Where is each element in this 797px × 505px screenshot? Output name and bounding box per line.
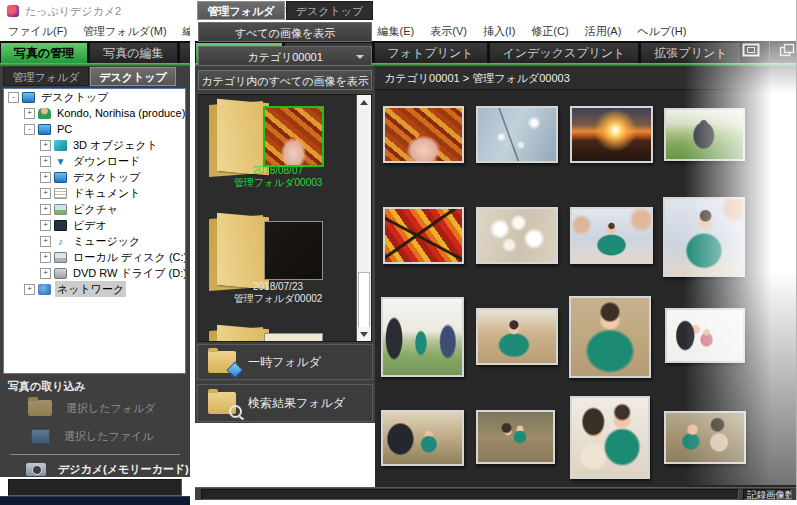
photo-thumbnail-sunset-mountains[interactable] [570,106,653,163]
tree-expander[interactable]: + [40,236,51,247]
scroll-up-arrow[interactable] [357,95,371,109]
tree-expander[interactable]: + [40,204,51,215]
photo-thumbnail-child-backpack-field[interactable] [664,108,745,161]
network-icon [38,284,51,295]
left-status-bar [8,479,182,496]
tree-item[interactable]: +ピクチャ [4,201,185,217]
tree-item[interactable]: +DVD RW ドライブ (D:) [4,265,185,281]
menu-item-view[interactable]: 表示(V) [422,24,475,39]
tree-item[interactable]: +ドキュメント [4,185,185,201]
menu-item-correct[interactable]: 修正(C) [523,24,576,39]
folder-thumbnail[interactable] [264,221,323,280]
search-folder-icon [208,392,236,414]
scrollbar-thumb[interactable] [358,272,370,328]
tab-extended-print[interactable]: 拡張プリント [640,42,741,63]
3d-objects-icon [54,140,67,151]
tree-item[interactable]: +Kondo, Norihisa (produce) [4,105,185,121]
tree-expander[interactable]: + [40,188,51,199]
tree-expander[interactable]: - [8,92,19,103]
tree-item[interactable]: +デスクトップ [4,169,185,185]
tree-item[interactable]: -デスクトップ [4,89,185,105]
photo-thumbnail-mother-toddler-closeup[interactable] [570,396,650,479]
show-all-images-button[interactable]: すべての画像を表示 [198,22,372,42]
menu-item-help[interactable]: ヘルプ(H) [629,24,694,39]
left-window: たっぷりデジカメ2 ファイル(F) 管理フォルダ(M) 編集(E) 表示(V) … [0,0,190,505]
search-results-folder-button[interactable]: 検索結果フォルダ [197,384,373,422]
photo-thumbnail-toddler-laughing-field[interactable] [476,308,558,365]
menu-item-file[interactable]: ファイル(F) [0,24,75,39]
tab-photo-print[interactable]: フォトプリント [179,42,190,63]
tree-expander[interactable]: + [24,108,35,119]
category-dropdown[interactable]: カテゴリ00001 [198,46,372,66]
import-selected-file-button[interactable]: 選択したファイル [0,424,190,448]
folder-thumbnail[interactable] [264,333,323,342]
tree-item[interactable]: +ビデオ [4,217,185,233]
duplicate-icon[interactable] [779,43,795,57]
tree-expander[interactable]: + [40,268,51,279]
folder-list-scrollbar[interactable] [356,95,371,341]
photo-thumbnail-toddler-teal-coat-portrait[interactable] [663,197,745,277]
tree-expander[interactable]: + [24,284,35,295]
right-window: たっぷりデジカメ2 ファイル(F) 管理フォルダ(M) 編集(E) 表示(V) … [195,0,797,500]
left-titlebar[interactable]: たっぷりデジカメ2 [0,0,190,22]
menu-item-edit[interactable]: 編集(E) [175,24,190,39]
tab-photo-print[interactable]: フォトプリント [374,42,488,63]
import-selected-folder-button[interactable]: 選択したフォルダ [0,396,190,420]
tree-expander[interactable]: + [40,220,51,231]
photo-thumbnail-family-walk-park[interactable] [381,297,464,377]
toolbar-separator [769,41,770,59]
photo-thumbnail-family-hug-white[interactable] [665,308,745,363]
photo-thumbnail-toddler-teal-coat-hands[interactable] [570,207,653,264]
tab-index-print[interactable]: インデックスプリント [489,42,640,63]
scroll-down-arrow[interactable] [357,327,371,341]
right-status-bar: 記録画像数: [195,487,796,500]
temp-folder-button[interactable]: 一時フォルダ [197,344,373,380]
photo-thumbnail-maple-tree-autumn[interactable] [383,207,464,264]
tree-expander[interactable]: - [24,124,35,135]
tree-item[interactable]: -PC [4,121,185,137]
subtab-manage-folder[interactable]: 管理フォルダ [197,1,285,20]
camera-icon [26,463,46,476]
photo-thumbnail-toddler-closeup-smile[interactable] [569,296,651,378]
tree-expander[interactable]: + [40,156,51,167]
folder-tree: -デスクトップ +Kondo, Norihisa (produce) -PC +… [3,88,186,374]
local-disk-icon [54,252,67,263]
tab-photo-edit[interactable]: 写真の編集 [89,42,177,63]
window-title: たっぷりデジカメ2 [25,4,121,19]
menu-item-edit[interactable]: 編集(E) [370,24,423,39]
file-icon [31,429,50,444]
tree-item[interactable]: +♪ミュージック [4,233,185,249]
tree-item-network[interactable]: +ネットワーク [4,281,185,297]
menu-item-insert[interactable]: 挿入(I) [475,24,523,39]
videos-icon [54,220,67,231]
tree-expander[interactable]: + [40,252,51,263]
tree-item[interactable]: +3D オブジェクト [4,137,185,153]
photo-thumbnail-mother-toddler-park[interactable] [476,410,555,464]
desktop-icon [22,92,35,103]
photo-thumbnail-autumn-leaves-hands[interactable] [383,106,464,163]
tab-photo-manage[interactable]: 写真の管理 [0,42,88,63]
folder-thumbnail-selected[interactable] [263,106,324,167]
show-category-images-button[interactable]: カテゴリ内のすべての画像を表示 [198,70,372,90]
divider [10,454,180,455]
import-camera-button[interactable]: デジカメ(メモリーカード) [0,458,190,480]
photo-thumbnail-white-plum-blossoms[interactable] [476,207,558,264]
frame-icon[interactable] [742,43,760,57]
download-icon: ▼ [54,156,67,167]
tree-item[interactable]: +ローカル ディスク (C:) [4,249,185,265]
menu-item-utilize[interactable]: 活用(A) [577,24,630,39]
app-icon [7,5,19,17]
menu-item-manage-folder[interactable]: 管理フォルダ(M) [75,24,175,39]
documents-icon [54,188,67,199]
tree-item[interactable]: +▼ダウンロード [4,153,185,169]
folder-icon [28,400,52,416]
photo-thumbnail-father-toddler-picnic[interactable] [381,410,464,466]
subtab-manage-folder[interactable]: 管理フォルダ [3,67,89,86]
photo-thumbnail-toddler-mother-park[interactable] [664,411,746,464]
tree-expander[interactable]: + [40,172,51,183]
subtab-desktop[interactable]: デスクトップ [90,67,176,86]
tree-expander[interactable]: + [40,140,51,151]
managed-folder-list: 2018/08/07 管理フォルダ00003 2018/07/23 管理フォルダ… [198,94,372,342]
subtab-desktop[interactable]: デスクトップ [286,1,373,20]
photo-thumbnail-blossom-branch-bokeh[interactable] [476,106,558,163]
